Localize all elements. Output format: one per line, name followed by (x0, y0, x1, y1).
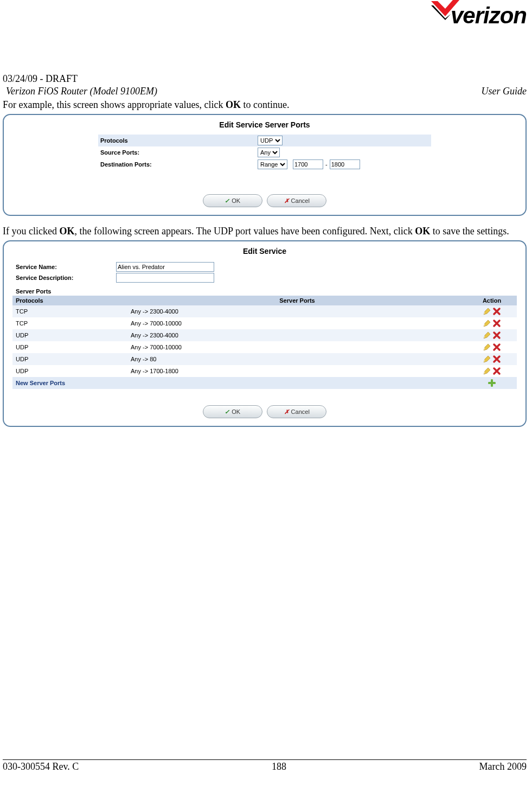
range-dash: - (325, 161, 328, 168)
footer-left: 030-300554 Rev. C (3, 761, 79, 772)
table-row: UDPAny -> 2300-4000 (12, 329, 517, 341)
table-row: TCPAny -> 7000-10000 (12, 317, 517, 329)
cancel-button[interactable]: ✗Cancel (267, 194, 326, 207)
edit-icon[interactable] (483, 355, 491, 363)
delete-icon[interactable] (492, 331, 501, 340)
paragraph-1: For example, this screen shows appropria… (3, 99, 527, 111)
table-row: UDPAny -> 1700-1800 (12, 365, 517, 377)
service-name-label: Service Name: (16, 264, 116, 270)
panel-title: Edit Service Server Ports (6, 117, 523, 135)
server-ports-table: Protocols Server Ports Action TCPAny -> … (12, 296, 517, 389)
cell-ports: Any -> 2300-4000 (127, 329, 467, 341)
cell-protocol: TCP (12, 305, 127, 317)
page-footer: 030-300554 Rev. C 188 March 2009 (3, 759, 527, 772)
cell-ports: Any -> 7000-10000 (127, 317, 467, 329)
verizon-logo: verizon (451, 3, 527, 29)
cell-protocol: UDP (12, 353, 127, 365)
panel-title: Edit Service (6, 244, 523, 261)
edit-service-server-ports-panel: Edit Service Server Ports Protocols UDP … (3, 114, 527, 216)
service-description-label: Service Description: (16, 274, 116, 281)
cell-protocol: UDP (12, 365, 127, 377)
cell-protocol: TCP (12, 317, 127, 329)
ok-button[interactable]: ✓OK (203, 405, 262, 418)
table-row: UDPAny -> 80 (12, 353, 517, 365)
table-row: TCPAny -> 2300-4000 (12, 305, 517, 317)
delete-icon[interactable] (492, 319, 501, 328)
edit-icon[interactable] (483, 307, 491, 316)
protocols-label: Protocols (100, 137, 258, 144)
cancel-button[interactable]: ✗Cancel (267, 405, 326, 418)
check-icon: ✓ (225, 408, 229, 416)
edit-icon[interactable] (483, 367, 491, 375)
check-icon: ✓ (225, 197, 229, 205)
source-ports-select[interactable]: Any (258, 148, 280, 157)
destination-port-from-input[interactable] (293, 159, 323, 169)
new-server-ports-label: New Server Ports (12, 377, 127, 389)
col-action: Action (467, 296, 517, 305)
x-icon: ✗ (284, 197, 289, 205)
footer-page-number: 188 (79, 761, 479, 772)
protocols-select[interactable]: UDP (258, 136, 283, 145)
draft-stamp: 03/24/09 - DRAFT (3, 73, 527, 85)
service-name-input[interactable] (116, 262, 214, 272)
delete-icon[interactable] (492, 367, 501, 375)
new-server-ports-row[interactable]: New Server Ports (12, 377, 517, 389)
product-name: Verizon FiOS Router (Model 9100EM) (6, 86, 157, 97)
x-icon: ✗ (284, 408, 289, 416)
footer-right: March 2009 (479, 761, 527, 772)
service-description-input[interactable] (116, 273, 214, 283)
edit-icon[interactable] (483, 331, 491, 340)
edit-icon[interactable] (483, 343, 491, 352)
cell-ports: Any -> 80 (127, 353, 467, 365)
destination-ports-mode-select[interactable]: Range (258, 159, 287, 169)
add-icon[interactable] (488, 379, 496, 387)
source-ports-label: Source Ports: (100, 149, 258, 156)
edit-icon[interactable] (483, 319, 491, 328)
col-protocols: Protocols (12, 296, 127, 305)
cell-protocol: UDP (12, 341, 127, 353)
cell-protocol: UDP (12, 329, 127, 341)
paragraph-2: If you clicked OK, the following screen … (3, 226, 527, 237)
table-row: UDPAny -> 7000-10000 (12, 341, 517, 353)
cell-ports: Any -> 2300-4000 (127, 305, 467, 317)
server-ports-heading: Server Ports (6, 284, 523, 296)
delete-icon[interactable] (492, 355, 501, 363)
col-server-ports: Server Ports (127, 296, 467, 305)
cell-ports: Any -> 7000-10000 (127, 341, 467, 353)
ok-button[interactable]: ✓OK (203, 194, 262, 207)
destination-ports-label: Destination Ports: (100, 161, 258, 168)
edit-service-panel: Edit Service Service Name: Service Descr… (3, 240, 527, 427)
delete-icon[interactable] (492, 307, 501, 316)
doc-type: User Guide (482, 86, 527, 97)
svg-rect-1 (488, 382, 496, 384)
destination-port-to-input[interactable] (330, 159, 360, 169)
delete-icon[interactable] (492, 343, 501, 352)
cell-ports: Any -> 1700-1800 (127, 365, 467, 377)
